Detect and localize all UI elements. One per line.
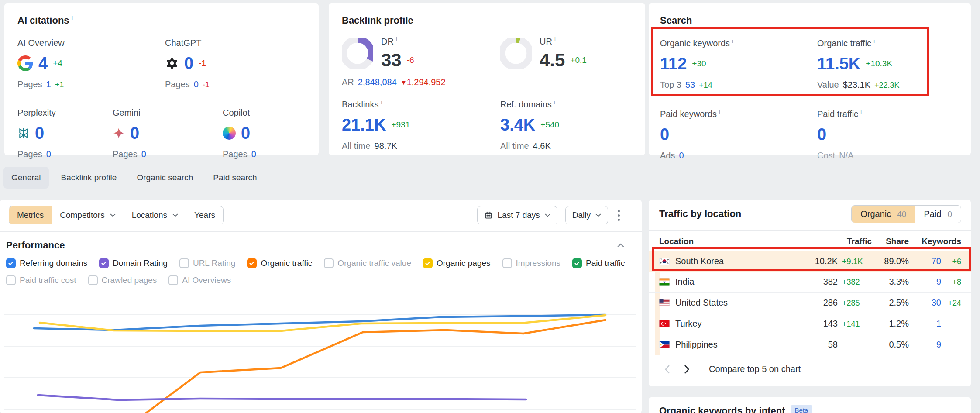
- top3-label: Top 3: [660, 80, 681, 90]
- info-icon[interactable]: i: [381, 99, 382, 105]
- traffic-by-location-title: Traffic by location: [659, 208, 741, 220]
- chevron-down-icon: [110, 213, 116, 217]
- info-icon[interactable]: i: [396, 36, 397, 42]
- pages-value[interactable]: 0: [194, 79, 199, 89]
- tab-organic-search[interactable]: Organic search: [129, 167, 201, 189]
- gemini-value[interactable]: 0: [130, 125, 139, 141]
- table-row-united-states: United States 286+285 2.5% 30+24: [649, 293, 971, 313]
- traffic-value: 10.2K: [815, 256, 838, 266]
- more-options-button[interactable]: [616, 207, 622, 224]
- dr-donut-chart: [342, 38, 373, 69]
- checkbox-impressions[interactable]: Impressions: [502, 258, 560, 268]
- share-value: 0.5%: [872, 340, 909, 350]
- traffic-value: 382: [823, 277, 838, 287]
- location-name: Philippines: [675, 340, 718, 350]
- ar-label: AR: [342, 77, 354, 87]
- chevron-down-icon: [545, 213, 550, 217]
- prev-page-button[interactable]: [664, 365, 670, 374]
- info-icon[interactable]: i: [719, 108, 720, 115]
- paid-keywords-value[interactable]: 0: [660, 126, 669, 143]
- backlinks-value[interactable]: 21.1K: [342, 117, 386, 133]
- organic-traffic-value[interactable]: 11.5K: [817, 55, 860, 72]
- metric-label: Organic keywordsi: [660, 38, 817, 48]
- location-name: United States: [675, 298, 728, 308]
- perplexity-value[interactable]: 0: [35, 125, 44, 141]
- info-icon[interactable]: i: [72, 15, 73, 21]
- next-page-button[interactable]: [684, 365, 690, 374]
- checkbox-paid-traffic[interactable]: Paid traffic: [572, 258, 625, 268]
- checkbox-paid-traffic-cost[interactable]: Paid traffic cost: [6, 275, 76, 285]
- organic-toggle[interactable]: Organic40: [852, 206, 915, 223]
- india-flag-icon: [659, 278, 670, 286]
- keywords-delta: +24: [941, 299, 961, 308]
- info-icon[interactable]: i: [554, 99, 555, 105]
- compare-top5-link[interactable]: Compare top 5 on chart: [709, 364, 801, 374]
- chatgpt-value[interactable]: 0: [184, 55, 193, 72]
- checkbox-organic-pages[interactable]: Organic pages: [423, 258, 491, 268]
- pages-label: Pages: [17, 149, 42, 159]
- organic-traffic-delta: +10.3K: [866, 59, 892, 69]
- info-icon[interactable]: i: [873, 38, 875, 44]
- pages-value[interactable]: 0: [251, 149, 256, 159]
- chevron-down-icon: [172, 213, 178, 217]
- checkbox-organic-traffic[interactable]: Organic traffic: [247, 258, 312, 268]
- competitors-button[interactable]: Competitors: [52, 206, 123, 224]
- metric-label: Organic traffici: [817, 38, 900, 48]
- info-icon[interactable]: i: [732, 38, 733, 44]
- granularity-button[interactable]: Daily: [565, 206, 608, 224]
- checkbox-referring-domains[interactable]: Referring domains: [6, 258, 87, 268]
- column-share[interactable]: Share: [872, 237, 909, 246]
- locations-button[interactable]: Locations: [124, 206, 186, 224]
- checkbox-crawled-pages[interactable]: Crawled pages: [88, 275, 157, 285]
- collapse-chevron-icon[interactable]: [617, 243, 624, 248]
- tab-backlink-profile[interactable]: Backlink profile: [53, 167, 125, 189]
- keywords-value[interactable]: 1: [936, 319, 941, 329]
- checkbox-domain-rating[interactable]: Domain Rating: [99, 258, 168, 268]
- section-tabs: General Backlink profile Organic search …: [3, 167, 265, 189]
- checkbox-organic-traffic-value[interactable]: Organic traffic value: [324, 258, 411, 268]
- checkbox-url-rating[interactable]: URL Rating: [179, 258, 236, 268]
- metric-label: URi: [540, 36, 587, 47]
- paid-toggle[interactable]: Paid0: [915, 206, 961, 223]
- paid-traffic-value[interactable]: 0: [817, 126, 826, 143]
- tab-general[interactable]: General: [3, 167, 49, 189]
- ar-value[interactable]: 2,848,084: [358, 77, 397, 87]
- tab-paid-search[interactable]: Paid search: [205, 167, 265, 189]
- keywords-value[interactable]: 30: [932, 298, 941, 308]
- top3-value[interactable]: 53: [685, 80, 695, 90]
- cost-label: Cost: [817, 151, 835, 161]
- ads-value[interactable]: 0: [679, 151, 684, 161]
- date-range-button[interactable]: Last 7 days: [477, 206, 557, 224]
- url-rating-metric: URi 4.5 +0.1: [500, 36, 587, 87]
- metrics-button[interactable]: Metrics: [9, 206, 52, 224]
- column-traffic[interactable]: Traffic: [789, 237, 872, 246]
- pages-value[interactable]: 1: [46, 79, 51, 89]
- ai-citations-title: AI citationsi: [17, 15, 319, 27]
- copilot-icon: [223, 127, 236, 140]
- keywords-value[interactable]: 9: [936, 277, 941, 287]
- metric-label: AI Overview: [17, 38, 165, 48]
- column-location[interactable]: Location: [659, 237, 789, 246]
- keywords-value[interactable]: 70: [932, 256, 941, 266]
- pages-value[interactable]: 0: [46, 149, 51, 159]
- info-icon[interactable]: i: [554, 36, 556, 42]
- copilot-value[interactable]: 0: [241, 125, 250, 141]
- authority-rank: AR 2,848,084 ▼1,294,952: [342, 77, 500, 87]
- chatgpt-icon: [165, 56, 179, 70]
- pages-value[interactable]: 0: [141, 149, 146, 159]
- checkbox-ai-overviews[interactable]: AI Overviews: [168, 275, 231, 285]
- traffic-header-divider: [649, 230, 971, 231]
- years-button[interactable]: Years: [186, 206, 223, 224]
- column-keywords[interactable]: Keywords: [909, 237, 961, 246]
- organic-keywords-value[interactable]: 112: [660, 55, 687, 72]
- all-time-label: All time: [342, 141, 371, 151]
- backlink-profile-title: Backlink profile: [342, 15, 645, 26]
- keywords-value[interactable]: 9: [936, 340, 941, 350]
- perplexity-metric: Perplexity 0 Pages0: [17, 108, 113, 159]
- ai-overview-value[interactable]: 4: [38, 55, 48, 72]
- ref-domains-value[interactable]: 3.4K: [500, 117, 535, 133]
- turkey-flag-icon: [659, 320, 670, 327]
- pages-delta: +1: [55, 80, 64, 89]
- info-icon[interactable]: i: [860, 108, 862, 115]
- ai-citations-card: AI citationsi AI Overview 4 +4 Pages1+1 …: [4, 3, 319, 155]
